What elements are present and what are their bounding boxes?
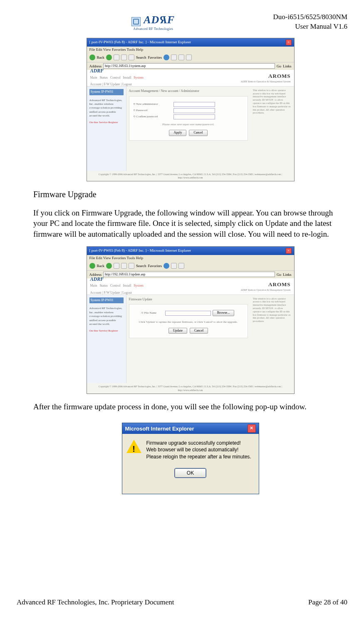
popup-titlebar: Microsoft Internet Explorer × <box>122 423 259 434</box>
stop-icon[interactable] <box>114 54 119 60</box>
body-paragraph: If you click on Firmware Upgrade, the fo… <box>33 208 347 240</box>
body-paragraph: After the firmware update process in don… <box>33 401 347 412</box>
apply-button[interactable]: Apply <box>169 130 186 136</box>
sidebar-link[interactable]: On-line Service Register <box>89 121 124 124</box>
sidebar-text: Advanced RF Technologies, Inc. enables w… <box>89 307 124 326</box>
app-header: ADRF Main Status Control Install System … <box>87 70 294 87</box>
field-label: Password <box>136 109 173 112</box>
sidebar: System IP-PW01 Advanced RF Technologies,… <box>87 295 126 384</box>
footer-right: Page 28 of 40 <box>308 598 347 607</box>
section-title: Firmware Update <box>129 297 248 302</box>
nav-main[interactable]: Main <box>90 76 97 79</box>
toolbar-icon[interactable] <box>171 263 177 269</box>
nav-main[interactable]: Main <box>90 284 97 287</box>
sidebar-header: System IP-PW01 <box>89 89 124 95</box>
back-label[interactable]: Back <box>97 263 105 268</box>
help-panel: This window is to allow operator access … <box>250 295 294 384</box>
nav-status[interactable]: Status <box>99 284 108 287</box>
product-name: Duo-i6515/6525/8030NM <box>273 12 348 22</box>
sidebar: System IP-PW01 Advanced RF Technologies,… <box>87 87 126 171</box>
page-copyright: Copyright © 1999-2006 Advanced RF Techno… <box>87 383 294 393</box>
main-panel: Firmware Update ○ File Name Browse... Cl… <box>126 295 250 384</box>
nav-status[interactable]: Status <box>99 76 108 79</box>
back-label[interactable]: Back <box>97 55 105 60</box>
ok-button[interactable]: OK <box>175 468 206 478</box>
browser-menu[interactable]: File Edit View Favorites Tools Help <box>87 47 294 53</box>
go-button[interactable]: Go <box>277 272 281 277</box>
field-label: New administrator <box>136 102 173 106</box>
update-button[interactable]: Update <box>168 328 187 334</box>
browser-toolbar: Back Search Favorites <box>87 262 294 271</box>
browser-menu[interactable]: File Edit View Favorites Tools Help <box>87 255 294 262</box>
confirm-input[interactable] <box>173 114 215 119</box>
cancel-button[interactable]: Cancel <box>189 130 207 136</box>
window-title: [ port-IV-PW03 (Feb 8) - ADRF Inc. ] - M… <box>89 248 191 254</box>
nav-control[interactable]: Control <box>110 76 120 79</box>
popup-line: Web browser will be closed automatically… <box>146 446 251 453</box>
forward-icon[interactable] <box>106 54 112 60</box>
radio-icon[interactable]: ○ <box>141 311 144 315</box>
nav-system[interactable]: System <box>134 76 144 79</box>
app-header: ADRF Main Status Control Install System … <box>87 278 294 295</box>
browser-titlebar: [ port-IV-PW03 (Feb 8) - ADRF Inc. ] - M… <box>87 38 294 47</box>
sidebar-link[interactable]: On-line Service Register <box>89 329 124 333</box>
radio-icon[interactable]: ○ <box>134 114 136 119</box>
toolbar-icon[interactable] <box>186 54 192 60</box>
search-label[interactable]: Search <box>136 55 146 60</box>
nav-system[interactable]: System <box>134 284 144 287</box>
page-header: ADRF Advanced RF Technologies Duo-i6515/… <box>33 12 347 33</box>
refresh-icon[interactable] <box>121 263 127 269</box>
favorites-label[interactable]: Favorites <box>148 263 162 268</box>
aroms-subtitle: ADRF Remote Operation & Management Syste… <box>241 288 291 292</box>
browser-statusbar: Done Internet <box>87 181 294 181</box>
radio-icon[interactable]: ○ <box>134 102 136 106</box>
header-meta: Duo-i6515/6525/8030NM User Manual V1.6 <box>273 12 348 32</box>
popup-message: Firmware upgrade successfully completed!… <box>146 440 251 460</box>
toolbar-icon[interactable] <box>178 54 184 60</box>
toolbar-icon[interactable] <box>163 263 169 269</box>
nav-control[interactable]: Control <box>110 284 120 287</box>
back-icon[interactable] <box>89 263 95 269</box>
toolbar-icon[interactable] <box>178 263 184 269</box>
screenshot-account-management: [ port-IV-PW03 (Feb 8) - ADRF Inc. ] - M… <box>87 38 295 181</box>
password-input[interactable] <box>173 108 215 113</box>
file-input[interactable] <box>165 311 211 316</box>
admin-input[interactable] <box>173 102 215 107</box>
account-form: ○ New administrator ○ Password ○ Confirm… <box>129 96 248 141</box>
app-logo: ADRF <box>90 276 144 282</box>
warning-icon: ! <box>126 440 141 454</box>
browser-titlebar: [ port-IV-PW03 (Feb 8) - ADRF Inc. ] - M… <box>87 247 294 255</box>
favorites-label[interactable]: Favorites <box>148 55 162 60</box>
cancel-button[interactable]: Cancel <box>190 328 208 334</box>
popup-line: Please relogin the repeater after a few … <box>146 453 251 460</box>
section-title: Account Management / New account / Admin… <box>129 89 248 94</box>
home-icon[interactable] <box>129 263 134 269</box>
toolbar-icon[interactable] <box>163 54 169 60</box>
form-note: Click 'Update' to update the repeater fi… <box>134 320 243 324</box>
nav-install[interactable]: Install <box>123 76 131 79</box>
logo-area: ADRF Advanced RF Technologies <box>33 12 273 33</box>
go-button[interactable]: Go <box>277 64 281 69</box>
toolbar-icon[interactable] <box>171 54 177 60</box>
back-icon[interactable] <box>89 54 95 60</box>
close-icon[interactable]: × <box>286 248 292 254</box>
nav-install[interactable]: Install <box>123 284 131 287</box>
refresh-icon[interactable] <box>121 54 127 60</box>
radio-icon[interactable]: ○ <box>134 108 136 113</box>
firmware-form: ○ File Name Browse... Click 'Update' to … <box>129 304 248 338</box>
home-icon[interactable] <box>129 54 134 60</box>
browse-button[interactable]: Browse... <box>213 310 234 316</box>
close-icon[interactable]: × <box>248 424 256 433</box>
links-label: Links <box>283 64 292 69</box>
popup-title-text: Microsoft Internet Explorer <box>125 425 194 433</box>
forward-icon[interactable] <box>106 263 112 269</box>
sidebar-text: Advanced RF Technologies, Inc. enables w… <box>89 99 124 118</box>
main-nav[interactable]: Main Status Control Install System <box>90 74 144 82</box>
screenshot-firmware-update: [ port-IV-PW03 (Feb 8) - ADRF Inc. ] - M… <box>87 246 295 394</box>
main-panel: Account Management / New account / Admin… <box>126 87 250 171</box>
main-nav[interactable]: Main Status Control Install System <box>90 282 144 290</box>
stop-icon[interactable] <box>114 263 119 269</box>
search-label[interactable]: Search <box>136 263 146 268</box>
browser-statusbar: Done Internet <box>87 394 294 394</box>
close-icon[interactable]: × <box>286 40 292 45</box>
